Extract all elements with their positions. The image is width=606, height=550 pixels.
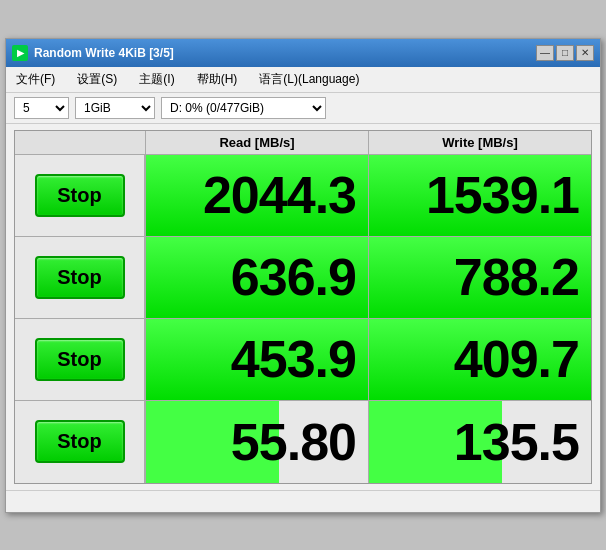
main-window: ▶ Random Write 4KiB [3/5] — □ ✕ 文件(F) 设置… [5,38,601,513]
menu-settings[interactable]: 设置(S) [71,69,123,90]
menu-bar: 文件(F) 设置(S) 主题(I) 帮助(H) 语言(L)(Language) [6,67,600,93]
footer [6,490,600,512]
table-row: Stop 55.80 135.5 [15,401,591,483]
main-area: Read [MB/s] Write [MB/s] Stop 2044.3 153… [6,124,600,490]
write-value-1: 1539.1 [368,155,591,236]
drive-select[interactable]: D: 0% (0/477GiB) [161,97,326,119]
write-text-2: 788.2 [454,247,579,307]
size-select[interactable]: 1GiB 512MiB 2GiB [75,97,155,119]
title-buttons: — □ ✕ [536,45,594,61]
queue-select[interactable]: 5 1 2 4 8 16 32 [14,97,69,119]
read-text-4: 55.80 [231,412,356,472]
write-text-1: 1539.1 [426,165,579,225]
read-value-3: 453.9 [145,319,368,400]
stop-cell-1: Stop [15,155,145,236]
stop-cell-4: Stop [15,401,145,483]
read-value-1: 2044.3 [145,155,368,236]
window-title: Random Write 4KiB [3/5] [34,46,174,60]
table-row: Stop 636.9 788.2 [15,237,591,319]
title-bar-left: ▶ Random Write 4KiB [3/5] [12,45,174,61]
menu-language[interactable]: 语言(L)(Language) [253,69,365,90]
menu-help[interactable]: 帮助(H) [191,69,244,90]
table-row: Stop 453.9 409.7 [15,319,591,401]
header-row: Read [MB/s] Write [MB/s] [15,131,591,155]
write-value-4: 135.5 [368,401,591,483]
header-col-0 [15,131,145,154]
read-text-1: 2044.3 [203,165,356,225]
read-value-2: 636.9 [145,237,368,318]
toolbar: 5 1 2 4 8 16 32 1GiB 512MiB 2GiB D: 0% (… [6,93,600,124]
maximize-button[interactable]: □ [556,45,574,61]
stop-cell-2: Stop [15,237,145,318]
header-col-write: Write [MB/s] [368,131,591,154]
menu-file[interactable]: 文件(F) [10,69,61,90]
stop-cell-3: Stop [15,319,145,400]
close-button[interactable]: ✕ [576,45,594,61]
stop-button-4[interactable]: Stop [35,420,125,463]
read-text-2: 636.9 [231,247,356,307]
read-value-4: 55.80 [145,401,368,483]
stop-button-3[interactable]: Stop [35,338,125,381]
stop-button-2[interactable]: Stop [35,256,125,299]
write-value-3: 409.7 [368,319,591,400]
header-col-read: Read [MB/s] [145,131,368,154]
table-row: Stop 2044.3 1539.1 [15,155,591,237]
title-bar: ▶ Random Write 4KiB [3/5] — □ ✕ [6,39,600,67]
stop-button-1[interactable]: Stop [35,174,125,217]
write-text-4: 135.5 [454,412,579,472]
read-text-3: 453.9 [231,329,356,389]
results-grid: Read [MB/s] Write [MB/s] Stop 2044.3 153… [14,130,592,484]
app-icon: ▶ [12,45,28,61]
menu-theme[interactable]: 主题(I) [133,69,180,90]
write-text-3: 409.7 [454,329,579,389]
minimize-button[interactable]: — [536,45,554,61]
write-value-2: 788.2 [368,237,591,318]
